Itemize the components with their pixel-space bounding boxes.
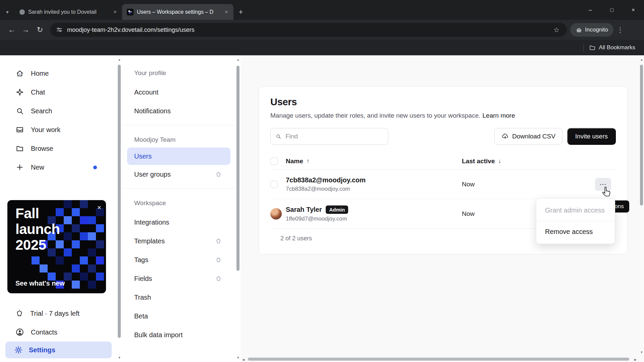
sidebar-item-trial[interactable]: Trial · 7 days left	[0, 304, 117, 323]
admin-badge: Admin	[326, 205, 348, 214]
settings-nav-scrollbar[interactable]: ▲ ▼	[236, 55, 240, 362]
page-title: Users	[270, 97, 616, 108]
tab1-title: Sarah invited you to Dovetail	[28, 9, 109, 15]
sidebar-item-contacts[interactable]: Contacts	[0, 323, 117, 342]
user-email: 7cb838a2@moodjoy.com	[286, 186, 462, 192]
address-bar[interactable]: moodjoy-team-2h2v.dovetail.com/settings/…	[50, 23, 567, 37]
incognito-label: Incognito	[585, 26, 608, 33]
window-close-button[interactable]: ×	[623, 0, 644, 20]
nav-item-tags[interactable]: Tags	[122, 250, 236, 269]
window-scrollbar-thumb[interactable]	[640, 65, 643, 205]
nav-item-beta[interactable]: Beta	[122, 307, 236, 325]
settings-nav-heading-team: Moodjoy Team	[122, 135, 236, 145]
sidebar-label-browse: Browse	[31, 145, 53, 153]
invite-users-button[interactable]: Invite users	[567, 128, 616, 145]
horizontal-scrollbar-thumb[interactable]	[248, 358, 629, 361]
nav-divider	[122, 125, 236, 125]
sidebar-item-browse[interactable]: Browse	[0, 139, 117, 158]
download-cloud-icon	[501, 133, 509, 140]
window-scrollbar[interactable]: ▲ ▼	[639, 55, 644, 362]
url-text[interactable]: moodjoy-team-2h2v.dovetail.com/settings/…	[67, 26, 551, 34]
sidebar-item-search[interactable]: Search	[0, 102, 117, 120]
promo-close-icon[interactable]: ×	[97, 203, 101, 212]
back-button[interactable]: ←	[5, 23, 19, 37]
settings-nav-heading-workspace: Workspace	[122, 198, 236, 208]
new-indicator-dot	[93, 166, 97, 169]
nav-item-integrations[interactable]: Integrations	[122, 213, 236, 232]
scroll-right-icon[interactable]: ▶	[634, 358, 637, 361]
learn-more-link[interactable]: Learn more	[482, 112, 515, 119]
row-checkbox[interactable]	[270, 181, 278, 188]
nav-item-trash[interactable]: Trash	[122, 288, 236, 307]
nav-item-fields[interactable]: Fields	[122, 269, 236, 288]
users-toolbar: Download CSV Invite users	[270, 128, 616, 145]
sidebar-scrollbar[interactable]: ▲ ▼	[117, 55, 122, 362]
reload-button[interactable]: ↻	[33, 23, 47, 37]
all-bookmarks-button[interactable]: All Bookmarks	[589, 44, 635, 51]
bookmarks-separator	[583, 44, 584, 51]
menu-divider	[536, 221, 615, 221]
nav-item-users-active[interactable]: Users	[127, 147, 230, 165]
menu-item-remove-access[interactable]: Remove access	[536, 223, 615, 241]
upgrade-gem-icon	[215, 238, 222, 244]
select-all-checkbox[interactable]	[270, 158, 278, 165]
sidebar-item-new[interactable]: New	[0, 158, 117, 177]
sidebar-item-chat[interactable]: Chat	[0, 83, 117, 102]
new-tab-button[interactable]: +	[233, 4, 248, 20]
home-icon	[15, 69, 24, 78]
plus-icon	[15, 163, 24, 172]
sidebar-item-home[interactable]: Home	[0, 64, 117, 83]
nav-item-bulk-data-import[interactable]: Bulk data import	[122, 325, 236, 344]
upgrade-gem-icon	[215, 257, 222, 263]
browser-menu-icon[interactable]: ⋮	[613, 23, 627, 37]
nav-label-templates: Templates	[134, 237, 165, 245]
scroll-down-icon[interactable]: ▼	[117, 356, 122, 359]
nav-label-users: Users	[134, 153, 152, 160]
scroll-down-icon[interactable]: ▼	[639, 351, 644, 354]
nav-item-account[interactable]: Account	[122, 83, 236, 102]
scroll-up-icon[interactable]: ▲	[639, 58, 644, 61]
invite-users-label: Invite users	[575, 133, 608, 140]
column-header-name[interactable]: Name ↑	[286, 158, 462, 165]
sidebar-label-new: New	[31, 164, 44, 171]
tab1-close-icon[interactable]: ×	[112, 9, 118, 15]
nav-item-user-groups[interactable]: User groups	[122, 165, 236, 184]
scroll-down-icon[interactable]: ▼	[236, 356, 240, 359]
horizontal-scrollbar[interactable]: ◀ ▶	[240, 357, 639, 362]
tab2-close-icon[interactable]: ×	[223, 9, 229, 15]
scroll-left-icon[interactable]: ◀	[242, 358, 245, 361]
nav-item-templates[interactable]: Templates	[122, 232, 236, 250]
window-minimize-button[interactable]: –	[580, 0, 601, 20]
sidebar-item-settings-active[interactable]: Settings	[5, 342, 112, 358]
tab-search-caret-icon[interactable]: ▾	[0, 4, 15, 20]
user-row-1[interactable]: 7cb838a2@moodjoy.com 7cb838a2@moodjoy.co…	[270, 170, 616, 199]
last-active-header-label: Last active	[462, 158, 495, 165]
window-maximize-button[interactable]: □	[601, 0, 623, 20]
browser-tab-1[interactable]: Sarah invited you to Dovetail ×	[15, 4, 122, 20]
tab2-title: Users – Workspace settings – D	[137, 9, 220, 15]
column-header-last-active[interactable]: Last active ↓	[462, 158, 562, 165]
scroll-up-icon[interactable]: ▲	[236, 58, 240, 61]
table-header: Name ↑ Last active ↓	[270, 153, 616, 170]
tab1-favicon-icon	[19, 9, 25, 15]
nav-label-account: Account	[134, 88, 158, 96]
download-csv-button[interactable]: Download CSV	[494, 128, 562, 145]
bookmarks-bar: All Bookmarks	[0, 40, 644, 55]
upgrade-gem-icon	[215, 276, 222, 282]
nav-item-notifications[interactable]: Notifications	[122, 102, 236, 120]
mouse-cursor	[602, 186, 612, 198]
find-search-box[interactable]	[270, 128, 388, 145]
menu-item-grant-admin-access[interactable]: Grant admin access	[536, 201, 615, 220]
find-input[interactable]	[285, 132, 383, 140]
incognito-badge: Incognito	[570, 23, 613, 37]
bookmark-star-icon[interactable]: ☆	[551, 26, 561, 34]
forward-button[interactable]: →	[19, 23, 33, 37]
scroll-up-icon[interactable]: ▲	[117, 58, 122, 61]
sidebar-scrollbar-thumb[interactable]	[118, 65, 121, 338]
promo-cta-link[interactable]: See what's new	[15, 280, 65, 287]
site-controls-icon[interactable]	[56, 26, 63, 34]
folder-icon	[15, 144, 24, 153]
browser-tab-2-active[interactable]: Users – Workspace settings – D ×	[122, 4, 233, 20]
settings-nav-scrollbar-thumb[interactable]	[236, 66, 239, 271]
sidebar-item-your-work[interactable]: Your work	[0, 120, 117, 139]
